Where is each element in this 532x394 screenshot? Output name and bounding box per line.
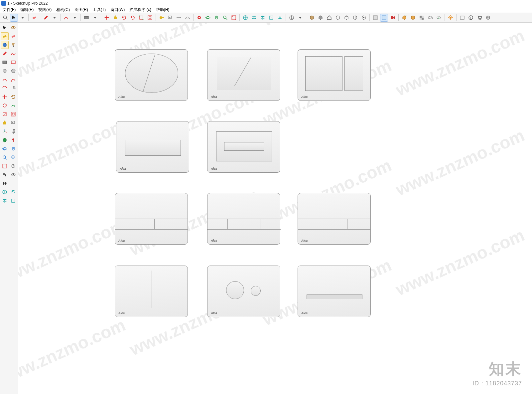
- model-viewport[interactable]: www.znzmo.comwww.znzmo.comwww.znzmo.comw…: [18, 23, 532, 394]
- pan-blue-button[interactable]: [9, 145, 17, 153]
- select-button[interactable]: [10, 14, 18, 22]
- orbit-eye-button[interactable]: [9, 24, 17, 32]
- look-button[interactable]: [9, 162, 17, 170]
- face-style2-button[interactable]: [380, 14, 388, 22]
- rect-button[interactable]: [82, 14, 90, 22]
- paint-button[interactable]: [9, 41, 17, 49]
- menu-view[interactable]: 视图(V): [37, 7, 53, 13]
- scale-button[interactable]: [137, 14, 145, 22]
- menu-tools[interactable]: 工具(T): [91, 7, 107, 13]
- protractor-button[interactable]: [184, 14, 192, 22]
- select-dropdown-button[interactable]: [19, 14, 27, 22]
- freehand-button[interactable]: [9, 50, 17, 58]
- section-blue-button[interactable]: [241, 14, 249, 22]
- view-iso-button[interactable]: [1, 188, 9, 196]
- pencil-red-button[interactable]: [1, 50, 9, 58]
- dimension-button[interactable]: [175, 14, 183, 22]
- arc-button[interactable]: [62, 14, 70, 22]
- rotate-tool-button[interactable]: [9, 93, 17, 101]
- text-label-button[interactable]: A1: [166, 14, 174, 22]
- user-dropdown-button[interactable]: [296, 14, 304, 22]
- pie-button[interactable]: [9, 84, 17, 92]
- pencil-dropdown-button[interactable]: [51, 14, 59, 22]
- orbit-button[interactable]: [204, 14, 212, 22]
- circle-button[interactable]: [1, 67, 9, 75]
- info-button[interactable]: i: [467, 14, 475, 22]
- box3-button[interactable]: [334, 14, 342, 22]
- arc2-button[interactable]: [9, 76, 17, 84]
- pencil-button[interactable]: [42, 14, 50, 22]
- shoes-button[interactable]: [1, 179, 9, 187]
- eraser2-button[interactable]: [9, 32, 17, 40]
- box6-button[interactable]: [360, 14, 368, 22]
- tape-button[interactable]: [158, 14, 166, 22]
- text-a1-button[interactable]: A1: [9, 119, 17, 127]
- layers-blue-button[interactable]: [1, 197, 9, 205]
- user-circle-button[interactable]: [288, 14, 296, 22]
- settings-orange-button[interactable]: [447, 14, 455, 22]
- arc-dropdown-button[interactable]: [71, 14, 79, 22]
- geo-check-button[interactable]: [418, 14, 426, 22]
- pushpull-button[interactable]: [111, 14, 119, 22]
- geo-add-button[interactable]: [400, 14, 408, 22]
- pushpull-y-button[interactable]: [1, 119, 9, 127]
- extension-red-button[interactable]: [195, 14, 203, 22]
- rotate2-button[interactable]: [129, 14, 137, 22]
- rect-tool-button[interactable]: [1, 58, 9, 66]
- zoom-ext-button[interactable]: [1, 162, 9, 170]
- menu-edit[interactable]: 编辑(E): [19, 7, 35, 13]
- look-eye-button[interactable]: [9, 171, 17, 179]
- menu-file[interactable]: 文件(F): [1, 7, 17, 13]
- component-blue-button[interactable]: [1, 41, 9, 49]
- house-button[interactable]: [325, 14, 333, 22]
- menu-extensions[interactable]: 扩展程序 (x): [128, 7, 152, 13]
- move-red-button[interactable]: [1, 93, 9, 101]
- rotate-button[interactable]: [120, 14, 128, 22]
- menu-draw[interactable]: 绘图(R): [73, 7, 89, 13]
- geo-box-button[interactable]: [409, 14, 417, 22]
- arc-red-button[interactable]: [1, 76, 9, 84]
- scale-red-button[interactable]: [1, 110, 9, 118]
- face-style1-button[interactable]: [371, 14, 379, 22]
- walk-ft-button[interactable]: [1, 171, 9, 179]
- walk-button[interactable]: [9, 127, 17, 135]
- zoom-button[interactable]: [221, 14, 229, 22]
- section-cyan2-button[interactable]: [9, 197, 17, 205]
- box5-button[interactable]: [351, 14, 359, 22]
- menu-window[interactable]: 窗口(W): [109, 7, 126, 13]
- offset-button[interactable]: [146, 14, 154, 22]
- geo-export-button[interactable]: [435, 14, 443, 22]
- profile-button[interactable]: [484, 14, 492, 22]
- section-display-button[interactable]: [267, 14, 275, 22]
- menu-help[interactable]: 帮助(H): [155, 7, 171, 13]
- arc3-button[interactable]: [1, 84, 9, 92]
- eraser-y-button[interactable]: [1, 32, 9, 40]
- geo-cloud-button[interactable]: [426, 14, 434, 22]
- box4-button[interactable]: [342, 14, 350, 22]
- select-arrow-button[interactable]: [1, 24, 9, 32]
- section-g-button[interactable]: [1, 136, 9, 144]
- menu-camera[interactable]: 相机(C): [55, 7, 71, 13]
- move-button[interactable]: [103, 14, 111, 22]
- offset-red-button[interactable]: [9, 110, 17, 118]
- video-button[interactable]: [389, 14, 397, 22]
- search-button[interactable]: [1, 14, 9, 22]
- orbit-blue-button[interactable]: [1, 145, 9, 153]
- rect-dropdown-button[interactable]: [91, 14, 99, 22]
- cart-button[interactable]: [475, 14, 483, 22]
- pan-button[interactable]: [212, 14, 220, 22]
- eraser-button[interactable]: [30, 14, 38, 22]
- axes-button[interactable]: [1, 127, 9, 135]
- section-blue2-button[interactable]: [9, 188, 17, 196]
- zoom-blue-button[interactable]: [1, 153, 9, 161]
- rect-wire-button[interactable]: [9, 58, 17, 66]
- followme-g-button[interactable]: [9, 101, 17, 109]
- section-cut-button[interactable]: [276, 14, 284, 22]
- section-cyan-button[interactable]: [250, 14, 258, 22]
- box2-button[interactable]: [317, 14, 325, 22]
- zoom-prev-button[interactable]: [9, 153, 17, 161]
- box1-button[interactable]: [308, 14, 316, 22]
- position-button[interactable]: [9, 136, 17, 144]
- polygon-button[interactable]: [9, 67, 17, 75]
- layers-button[interactable]: [259, 14, 267, 22]
